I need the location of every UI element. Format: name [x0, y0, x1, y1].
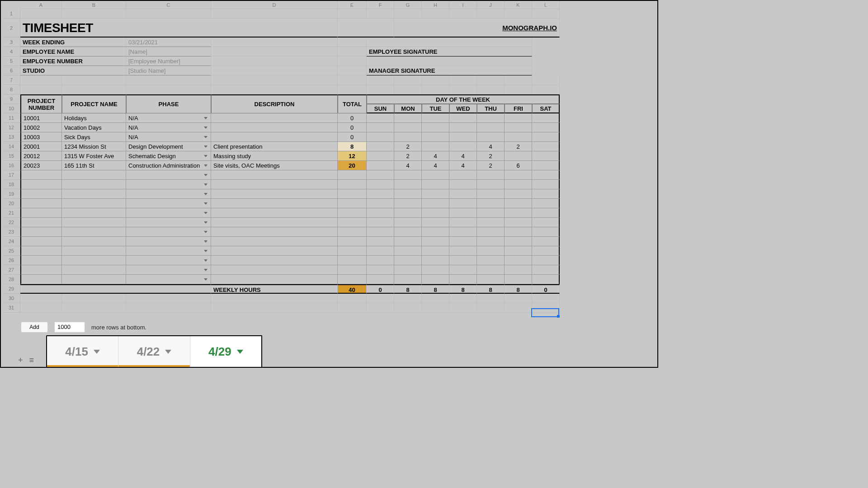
cell[interactable]	[422, 75, 449, 85]
cell[interactable]: 1234 Mission St	[62, 142, 126, 151]
dropdown-icon[interactable]	[204, 174, 208, 176]
dropdown-icon[interactable]	[204, 155, 208, 157]
row-total[interactable]: 0	[338, 113, 367, 123]
cell[interactable]: Massing study	[211, 151, 338, 161]
cell[interactable]: 6	[505, 161, 532, 170]
cell[interactable]	[20, 199, 62, 208]
cell[interactable]	[367, 161, 394, 170]
cell[interactable]	[62, 227, 126, 237]
row-header[interactable]: 16	[3, 161, 20, 170]
cell[interactable]: 4	[449, 151, 477, 161]
cell[interactable]: 20001	[20, 142, 62, 151]
row-total[interactable]: 12	[338, 151, 367, 161]
row-header[interactable]: 11	[3, 113, 20, 123]
cell[interactable]: 8	[422, 284, 449, 294]
row-total[interactable]	[338, 218, 367, 227]
cell[interactable]	[532, 170, 560, 180]
cell[interactable]	[211, 237, 338, 246]
field-value[interactable]: [Name]	[126, 47, 211, 56]
cell[interactable]	[367, 294, 394, 303]
cell[interactable]: 2	[477, 161, 505, 170]
cell[interactable]: Client presentation	[211, 142, 338, 151]
cell[interactable]	[532, 189, 560, 199]
brand-link[interactable]: MONOGRAPH.IO	[394, 19, 560, 38]
cell[interactable]	[211, 246, 338, 256]
cell[interactable]	[367, 132, 394, 142]
phase-dropdown[interactable]	[126, 227, 211, 237]
row-header[interactable]: 15	[3, 151, 20, 161]
cell[interactable]	[20, 256, 62, 265]
col-header[interactable]: F	[367, 1, 394, 9]
cell[interactable]	[20, 9, 62, 19]
cell[interactable]	[367, 237, 394, 246]
cell[interactable]	[211, 75, 338, 85]
weekly-total[interactable]: 40	[338, 284, 367, 294]
dropdown-icon[interactable]	[204, 212, 208, 214]
cell[interactable]: 4	[477, 142, 505, 151]
cell[interactable]: 2	[477, 151, 505, 161]
cell[interactable]	[477, 208, 505, 218]
cell[interactable]	[20, 237, 62, 246]
cell[interactable]	[449, 113, 477, 123]
cell[interactable]	[505, 275, 532, 284]
cell[interactable]	[367, 170, 394, 180]
cell[interactable]	[211, 113, 338, 123]
row-total[interactable]: 0	[338, 123, 367, 132]
cell[interactable]	[126, 294, 211, 303]
cell[interactable]	[532, 199, 560, 208]
cell[interactable]	[211, 275, 338, 284]
row-header[interactable]: 10	[3, 104, 20, 113]
dropdown-icon[interactable]	[204, 183, 208, 186]
cell[interactable]	[505, 132, 532, 142]
field-value[interactable]: 03/21/2021	[126, 38, 211, 47]
cell[interactable]	[394, 132, 422, 142]
cell[interactable]	[62, 9, 126, 19]
cell[interactable]	[532, 237, 560, 246]
col-header[interactable]: E	[338, 1, 367, 9]
cell[interactable]	[532, 265, 560, 275]
sheet-tab[interactable]: 4/29	[190, 336, 261, 367]
cell[interactable]	[449, 218, 477, 227]
cell[interactable]	[505, 265, 532, 275]
cell[interactable]	[422, 180, 449, 189]
cell[interactable]	[449, 132, 477, 142]
cell[interactable]	[532, 132, 560, 142]
cell[interactable]	[449, 265, 477, 275]
cell[interactable]: 8	[449, 284, 477, 294]
cell[interactable]	[422, 265, 449, 275]
cell[interactable]	[477, 170, 505, 180]
cell[interactable]	[477, 303, 505, 313]
cell[interactable]	[338, 85, 367, 94]
cell[interactable]	[422, 218, 449, 227]
cell[interactable]	[338, 66, 367, 75]
row-header[interactable]: 30	[3, 294, 20, 303]
cell[interactable]	[505, 199, 532, 208]
cell[interactable]	[422, 85, 449, 94]
phase-dropdown[interactable]	[126, 265, 211, 275]
cell[interactable]: 8	[394, 284, 422, 294]
cell[interactable]	[422, 9, 449, 19]
col-header[interactable]: A	[20, 1, 62, 9]
dropdown-icon[interactable]	[204, 127, 208, 129]
cell[interactable]	[505, 303, 532, 313]
cell[interactable]	[126, 9, 211, 19]
cell[interactable]	[422, 237, 449, 246]
cell[interactable]	[20, 170, 62, 180]
row-total[interactable]	[338, 246, 367, 256]
row-header[interactable]: 6	[3, 66, 20, 75]
cell[interactable]	[20, 189, 62, 199]
cell[interactable]	[211, 218, 338, 227]
cell[interactable]	[477, 246, 505, 256]
cell[interactable]	[20, 303, 62, 313]
phase-dropdown[interactable]	[126, 237, 211, 246]
cell[interactable]	[126, 85, 211, 94]
chevron-down-icon[interactable]	[237, 350, 243, 354]
cell[interactable]	[532, 256, 560, 265]
cell[interactable]	[62, 294, 126, 303]
cell[interactable]	[422, 189, 449, 199]
cell[interactable]	[62, 85, 126, 94]
row-total[interactable]	[338, 208, 367, 218]
field-value[interactable]: [Employee Number]	[126, 56, 211, 66]
cell[interactable]: Site visits, OAC Meetings	[211, 161, 338, 170]
col-header[interactable]: C	[126, 1, 211, 9]
